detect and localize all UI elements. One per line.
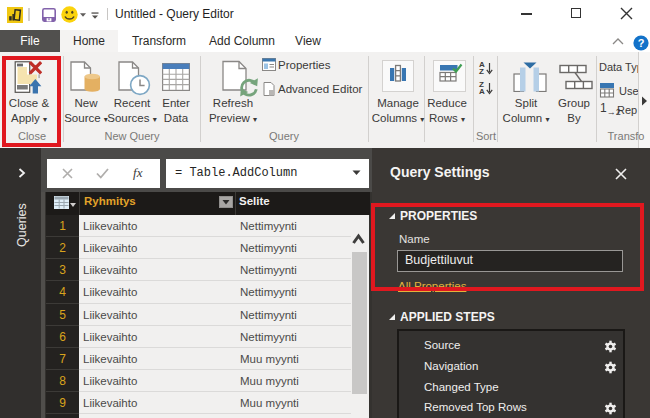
svg-text:?: ? [638,37,645,49]
